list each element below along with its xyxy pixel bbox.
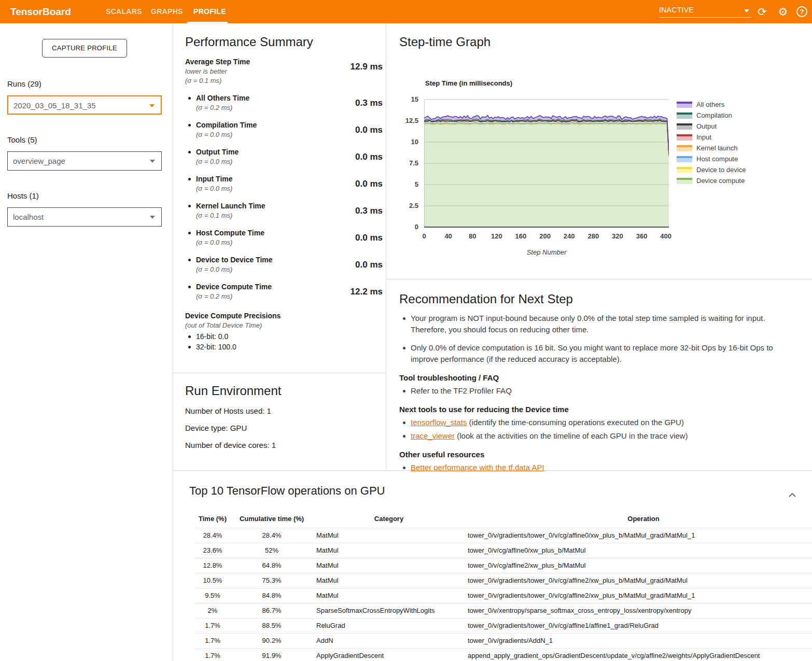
- runs-label: Runs (29): [7, 79, 41, 88]
- tab-profile[interactable]: PROFILE: [193, 0, 226, 23]
- legend-swatch: [677, 178, 692, 184]
- tensorflow-stats-link[interactable]: tensorflow_stats: [411, 418, 467, 427]
- op-operation: tower_0/v/gradients/AddN_1: [465, 633, 812, 648]
- other-resources-title: Other useful resources: [399, 450, 791, 459]
- status-dropdown[interactable]: INACTIVE: [659, 4, 751, 18]
- tab-scalars[interactable]: SCALARS: [106, 0, 142, 23]
- precisions-subtitle: (out of Total Device Time): [185, 321, 364, 330]
- trace-viewer-link[interactable]: trace_viewer: [411, 431, 455, 440]
- performance-summary-title: Performance Summary: [185, 35, 364, 49]
- legend-swatch: [677, 123, 692, 130]
- legend-item: Compilation: [677, 110, 746, 121]
- x-tick-label: 80: [469, 232, 476, 240]
- legend-item: Host compute: [677, 153, 746, 164]
- left-column: Performance Summary Average Step Timelow…: [173, 23, 386, 470]
- performance-item: All Others Time(σ = 0.2 ms)0.3 ms: [185, 93, 364, 112]
- sidebar: CAPTURE PROFILE Runs (29) 2020_03_05_18_…: [0, 23, 173, 661]
- op-cumulative: 84.8%: [230, 588, 313, 603]
- tools-label: Tools (5): [7, 135, 37, 144]
- y-tick-label: 12.5: [386, 117, 418, 124]
- table-row: 1.7%90.2%AddNtower_0/v/gradients/AddN_1: [195, 633, 812, 648]
- capture-profile-button[interactable]: CAPTURE PROFILE: [42, 39, 127, 58]
- legend-swatch: [677, 134, 692, 140]
- legend-item: Device compute: [677, 175, 746, 186]
- legend-item: Kernel launch: [677, 143, 746, 153]
- op-time: 10.5%: [195, 573, 230, 588]
- status-value: INACTIVE: [659, 6, 694, 14]
- op-category: MatMul: [313, 558, 465, 573]
- environment-line: Number of Hosts used: 1: [185, 406, 375, 415]
- op-cumulative: 52%: [230, 543, 313, 558]
- op-cumulative: 90.2%: [230, 633, 313, 648]
- op-time: 1.7%: [195, 648, 230, 661]
- x-tick-label: 160: [515, 232, 527, 240]
- table-row: 28.4%28.4%MatMultower_0/v/gradients/towe…: [195, 528, 812, 543]
- performance-item: Average Step Timelower is better(σ = 0.1…: [185, 57, 364, 86]
- op-category: ApplyGradientDescent: [313, 648, 465, 661]
- next-tools-title: Next tools to use for reducing the Devic…: [399, 405, 791, 414]
- table-row: 2%86.7%SparseSoftmaxCrossEntropyWithLogi…: [195, 603, 812, 618]
- recommendation-bullet: Only 0.0% of device computation is 16 bi…: [399, 342, 791, 365]
- x-tick-label: 360: [636, 232, 648, 240]
- device-compute-precisions: Device Compute Precisions (out of Total …: [185, 311, 364, 352]
- op-category: ReluGrad: [313, 618, 465, 633]
- metric-value: 12.9 ms: [351, 62, 383, 72]
- tools-value: overview_page: [13, 157, 65, 165]
- op-time: 2%: [195, 603, 230, 618]
- performance-item: Compilation Time(σ = 0.0 ms)0.0 ms: [185, 120, 364, 139]
- legend-swatch: [677, 156, 692, 162]
- chart-legend: All othersCompilationOutputInputKernel l…: [677, 99, 746, 186]
- op-time: 9.5%: [195, 588, 230, 603]
- op-operation: tower_0/v/gradients/tower_0/v/cg/affine1…: [465, 618, 812, 633]
- performance-item: Kernel Launch Time(σ = 0.1 ms)0.3 ms: [185, 201, 364, 220]
- step-time-chart: [424, 99, 669, 228]
- op-time: 12.8%: [195, 558, 230, 573]
- metric-value: 0.0 ms: [355, 233, 383, 243]
- recommendation-bullet: Your program is NOT input-bound because …: [399, 313, 791, 335]
- metric-value: 0.3 ms: [355, 98, 383, 108]
- col-category: Category: [313, 510, 465, 528]
- tools-select[interactable]: overview_page: [7, 151, 162, 171]
- precisions-title: Device Compute Precisions: [185, 311, 364, 321]
- performance-item: Input Time(σ = 0.0 ms)0.0 ms: [185, 174, 364, 193]
- legend-item: Device to device: [677, 164, 746, 175]
- op-cumulative: 28.4%: [230, 528, 313, 543]
- table-row: 1.7%91.9%ApplyGradientDescentappend_appl…: [195, 648, 812, 661]
- table-header-row: Time (%) Cumulative time (%) Category Op…: [195, 510, 812, 528]
- refresh-icon[interactable]: ⟳: [755, 0, 769, 23]
- app-header: TensorBoard SCALARS GRAPHS PROFILE INACT…: [0, 0, 812, 23]
- chevron-down-icon: [150, 160, 155, 163]
- y-tick-label: 2.5: [386, 202, 418, 209]
- tensorboard-profile-page: TensorBoard SCALARS GRAPHS PROFILE INACT…: [0, 0, 812, 661]
- hosts-select[interactable]: localhost: [7, 207, 162, 227]
- op-time: 23.6%: [195, 543, 230, 558]
- op-time: 1.7%: [195, 633, 230, 648]
- gear-icon[interactable]: ⚙: [776, 0, 790, 23]
- legend-item: Output: [677, 121, 746, 132]
- x-tick-label: 200: [539, 232, 551, 240]
- precision-item: 32-bit: 100.0: [185, 342, 364, 352]
- metric-value: 0.3 ms: [355, 206, 383, 216]
- legend-item: Input: [677, 132, 746, 143]
- collapse-chevron-icon[interactable]: [788, 490, 796, 500]
- environment-line: Number of device cores: 1: [185, 441, 375, 449]
- runs-select[interactable]: 2020_03_05_18_31_35: [7, 95, 162, 115]
- op-category: MatMul: [313, 588, 465, 603]
- y-tick-label: 7.5: [386, 159, 418, 167]
- performance-summary-section: Performance Summary Average Step Timelow…: [173, 23, 386, 373]
- recommendation-title: Recommendation for Next Step: [399, 292, 791, 306]
- chevron-down-icon: [744, 9, 749, 12]
- help-icon[interactable]: ?: [796, 6, 807, 17]
- y-tick-label: 15: [386, 95, 418, 103]
- step-time-graph-section: Step-time Graph Step Time (in millisecon…: [386, 23, 812, 279]
- metric-value: 0.0 ms: [355, 179, 383, 189]
- next-tool-item: trace_viewer (look at the activities on …: [399, 430, 791, 442]
- op-operation: tower_0/v/gradients/tower_0/v/cg/affine2…: [465, 573, 812, 588]
- tab-graphs[interactable]: GRAPHS: [151, 0, 183, 23]
- x-tick-label: 240: [564, 232, 575, 240]
- chevron-down-icon: [150, 216, 155, 219]
- legend-swatch: [677, 102, 692, 108]
- right-column: Step-time Graph Step Time (in millisecon…: [386, 23, 812, 470]
- performance-item: Device Compute Time(σ = 0.2 ms)12.2 ms: [185, 282, 364, 301]
- performance-item: Host Compute Time(σ = 0.0 ms)0.0 ms: [185, 228, 364, 247]
